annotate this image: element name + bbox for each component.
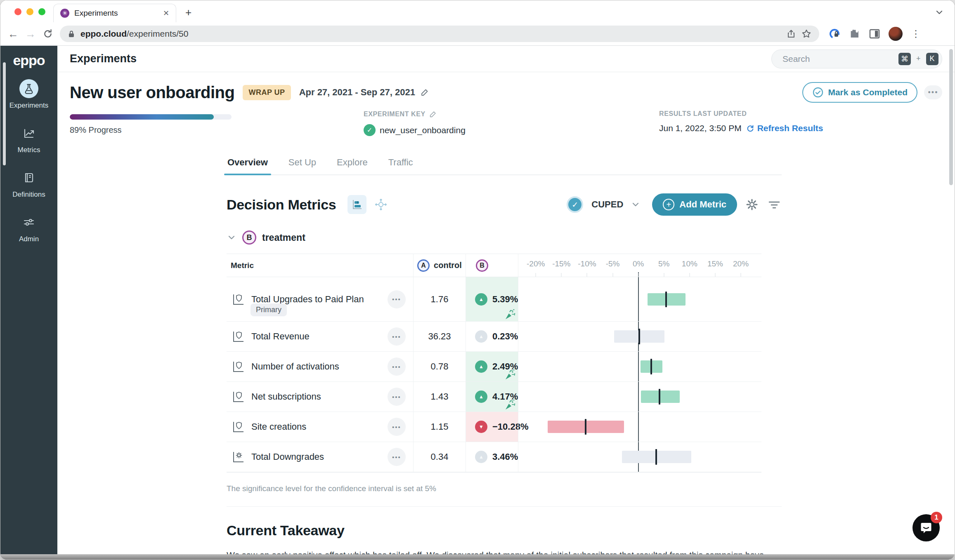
decision-metrics-header: Decision Metrics ✓ CUPED xyxy=(227,193,782,216)
metric-more-button[interactable]: ••• xyxy=(388,290,406,308)
main-panel: Experiments ⌘ + K New user onboarding WR… xyxy=(57,46,955,560)
table-row[interactable]: Site creations ••• 1.15 ▼ −10.28% xyxy=(227,412,761,442)
page-scrollbar[interactable] xyxy=(949,49,953,185)
search-box[interactable]: ⌘ + K xyxy=(771,49,942,68)
zoom-window-button[interactable] xyxy=(38,8,45,15)
table-row[interactable]: Total Upgrades to Paid Plan ••• Primary … xyxy=(227,277,761,322)
extensions-puzzle-icon[interactable] xyxy=(849,28,860,40)
tab-search-chevron-icon[interactable] xyxy=(935,8,944,17)
edit-dates-icon[interactable] xyxy=(420,88,429,97)
edit-key-icon[interactable] xyxy=(429,110,437,118)
url-text: eppo.cloud/experiments/50 xyxy=(80,29,188,39)
guarded-metric-icon xyxy=(231,359,246,374)
cuped-toggle-icon[interactable]: ✓ xyxy=(567,196,583,213)
reload-button[interactable] xyxy=(43,28,53,39)
progress-fill xyxy=(70,114,214,120)
content-column: Overview Set Up Explore Traffic Decision… xyxy=(227,153,782,560)
lift-value: 0.23% xyxy=(492,331,518,342)
share-icon[interactable] xyxy=(786,29,796,39)
browser-menu-icon[interactable]: ⋮ xyxy=(911,28,921,40)
guardrail-metric-icon xyxy=(231,449,246,464)
control-value: 1.15 xyxy=(413,412,466,442)
lift-value: 5.39% xyxy=(492,294,518,305)
table-row[interactable]: Net subscriptions ••• 1.43 ▲ 4.17% xyxy=(227,382,761,412)
point-estimate-marker xyxy=(638,329,640,344)
lift-direction-icon: ▲ xyxy=(475,451,487,463)
point-estimate-marker xyxy=(655,449,657,465)
url-bar[interactable]: eppo.cloud/experiments/50 xyxy=(60,26,819,42)
add-metric-button[interactable]: + Add Metric xyxy=(652,193,737,216)
k-key-badge: K xyxy=(926,53,938,65)
side-panel-icon[interactable] xyxy=(869,28,880,40)
password-manager-extension-icon[interactable] xyxy=(828,28,841,40)
tab-set-up[interactable]: Set Up xyxy=(288,153,317,174)
lock-icon xyxy=(67,30,76,38)
extension-icons: ⋮ xyxy=(828,27,921,41)
close-window-button[interactable] xyxy=(14,8,21,15)
variant-row[interactable]: B treatment xyxy=(227,231,782,245)
mark-completed-button[interactable]: Mark as Completed xyxy=(802,82,917,103)
forward-button[interactable]: → xyxy=(25,28,36,39)
search-input[interactable] xyxy=(782,54,894,64)
tab-overview[interactable]: Overview xyxy=(227,153,269,174)
sidebar-item-label: Definitions xyxy=(12,191,45,199)
collapse-chevron-icon[interactable] xyxy=(227,233,236,242)
left-scrollbar[interactable] xyxy=(3,62,6,165)
metrics-filter-icon[interactable] xyxy=(767,197,782,212)
table-row[interactable]: Total Revenue ••• 36.23 ▲ 0.23% xyxy=(227,322,761,352)
lift-direction-icon: ▲ xyxy=(475,360,487,373)
lift-direction-icon: ▲ xyxy=(475,330,487,343)
cuped-chevron-icon[interactable] xyxy=(631,200,641,209)
metric-more-button[interactable]: ••• xyxy=(388,418,406,436)
guarded-metric-icon xyxy=(231,329,246,344)
tab-traffic[interactable]: Traffic xyxy=(388,153,414,174)
experiment-tabs: Overview Set Up Explore Traffic xyxy=(227,153,782,175)
table-row[interactable]: Number of activations ••• 0.78 ▲ 2.49% xyxy=(227,352,761,382)
chat-unread-badge: 1 xyxy=(931,512,942,523)
sidebar-item-metrics[interactable]: Metrics xyxy=(18,124,40,154)
metric-rows: Total Upgrades to Paid Plan ••• Primary … xyxy=(227,277,761,472)
tab-close-icon[interactable]: ✕ xyxy=(163,9,169,18)
results-updated-label: RESULTS LAST UPDATED xyxy=(659,110,747,118)
sidebar-item-definitions[interactable]: Definitions xyxy=(12,168,45,199)
metric-name[interactable]: Number of activations xyxy=(251,361,339,372)
metric-more-button[interactable]: ••• xyxy=(388,327,406,346)
browser-tab[interactable]: ✳ Experiments ✕ xyxy=(53,4,176,22)
metrics-settings-gear-icon[interactable] xyxy=(745,197,759,212)
tab-explore[interactable]: Explore xyxy=(336,153,369,174)
axis-tick-label: 20% xyxy=(733,259,749,268)
metric-name[interactable]: Total Downgrades xyxy=(251,452,324,462)
bookmark-star-icon[interactable] xyxy=(801,28,812,39)
point-estimate-marker xyxy=(665,292,667,307)
axis-tick-label: 10% xyxy=(682,259,697,268)
table-row[interactable]: Total Downgrades ••• 0.34 ▲ 3.46% xyxy=(227,442,761,472)
metric-name[interactable]: Site creations xyxy=(251,421,306,432)
refresh-results-link[interactable]: Refresh Results xyxy=(746,123,823,133)
chat-launcher-button[interactable]: 1 xyxy=(912,514,940,541)
metric-more-button[interactable]: ••• xyxy=(388,388,406,406)
metric-name[interactable]: Total Upgrades to Paid Plan xyxy=(251,294,364,305)
metric-more-button[interactable]: ••• xyxy=(388,448,406,466)
bar-view-toggle-icon[interactable] xyxy=(347,195,366,214)
metric-more-button[interactable]: ••• xyxy=(388,358,406,376)
control-label: control xyxy=(434,261,462,270)
metric-cell: Total Revenue ••• xyxy=(227,322,413,351)
axis-ticks: -20%-15%-10%-5%0%5%10%15%20% xyxy=(518,254,760,277)
sidebar-item-admin[interactable]: Admin xyxy=(19,213,39,243)
minimize-window-button[interactable] xyxy=(26,8,33,15)
axis-tick-label: 5% xyxy=(658,259,669,268)
metric-name[interactable]: Total Revenue xyxy=(251,331,310,342)
new-tab-button[interactable]: + xyxy=(185,6,191,19)
explore-crosshair-icon[interactable] xyxy=(371,195,390,214)
back-button[interactable]: ← xyxy=(8,28,19,39)
metric-name[interactable]: Net subscriptions xyxy=(251,391,321,402)
profile-avatar[interactable] xyxy=(889,27,903,41)
eppo-favicon-icon: ✳ xyxy=(60,9,69,18)
sidebar-item-experiments[interactable]: Experiments xyxy=(9,79,48,110)
zero-line xyxy=(638,277,639,321)
experiment-more-button[interactable]: ••• xyxy=(924,85,942,99)
section-divider xyxy=(227,506,782,507)
zero-line xyxy=(638,382,639,412)
axis-tick-label: -5% xyxy=(606,259,620,268)
zero-line xyxy=(638,412,639,442)
